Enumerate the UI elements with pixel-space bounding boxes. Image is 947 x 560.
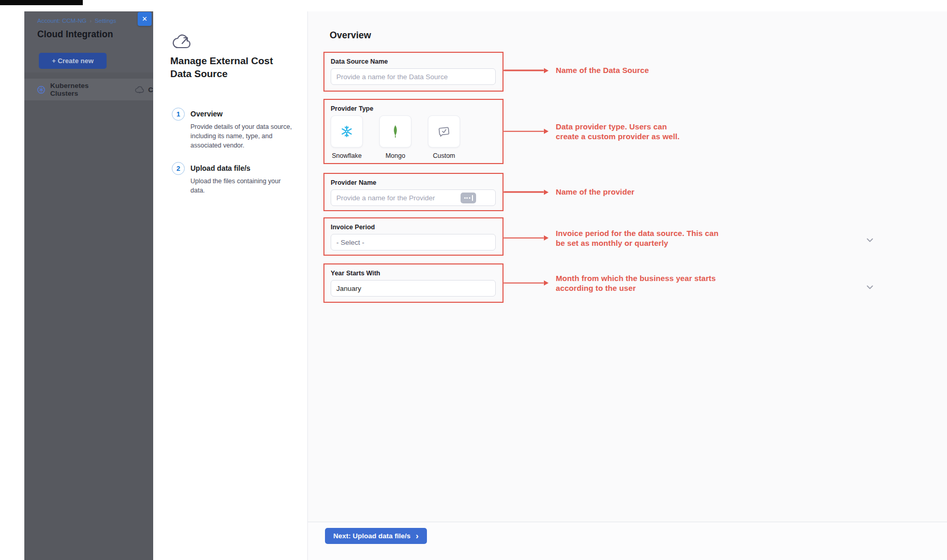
annotation-text: Invoice period for the data source. This… <box>556 228 718 248</box>
arrow-right-icon <box>544 129 549 134</box>
breadcrumb-separator-icon: › <box>90 18 92 24</box>
provider-name-label: Provider Name <box>331 179 496 186</box>
provider-type-cards: Snowflake Mongo <box>331 115 496 159</box>
annotation-text: Month from which the business year start… <box>556 273 716 293</box>
arrow-line <box>504 191 544 193</box>
wizard-footer: Next: Upload data file/s › <box>308 522 947 560</box>
arrow-right-icon <box>544 68 549 73</box>
annotation-provider-name: Name of the provider <box>504 187 634 197</box>
text-expand-icon[interactable] <box>461 193 476 203</box>
tab-kubernetes-clusters: Kubernetes Clusters <box>50 82 110 97</box>
step-2-number: 2 <box>176 165 180 172</box>
mongo-label: Mongo <box>386 152 405 159</box>
annotation-data-source-name: Name of the Data Source <box>504 65 649 75</box>
arrow-right-icon <box>544 281 549 286</box>
wizard-content: Overview Data Source Name Provider Type <box>308 11 947 560</box>
create-new-label: + Create new <box>52 57 94 65</box>
wizard-sidebar: Manage External Cost Data Source 1 Overv… <box>153 11 308 560</box>
annotation-box-year-starts-with: Year Starts With January <box>323 263 504 303</box>
invoice-period-value: - Select - <box>336 239 364 246</box>
provider-option-custom[interactable]: Custom <box>428 115 460 159</box>
year-starts-with-select[interactable]: January <box>331 280 496 297</box>
data-source-name-input[interactable] <box>331 68 496 85</box>
snowflake-icon <box>340 125 353 138</box>
breadcrumb-account: Account: CCM-NG <box>37 18 86 24</box>
mongo-leaf-icon <box>392 125 399 138</box>
invoice-period-select[interactable]: - Select - <box>331 234 496 250</box>
annotation-provider-type: Data provider type. Users can create a c… <box>504 122 679 141</box>
invoice-period-label: Invoice Period <box>331 224 496 231</box>
close-icon: ✕ <box>142 15 147 23</box>
custom-template-icon <box>437 125 451 138</box>
provider-option-mongo[interactable]: Mongo <box>379 115 411 159</box>
year-starts-with-value: January <box>336 285 361 292</box>
page-title: Cloud Integration <box>37 29 113 40</box>
next-button-label: Next: Upload data file/s <box>333 532 410 540</box>
annotation-invoice-period: Invoice period for the data source. This… <box>504 228 718 248</box>
step-1-number: 1 <box>176 110 180 118</box>
snowflake-label: Snowflake <box>332 152 362 159</box>
invoice-period-chevron-down-icon[interactable] <box>866 237 874 244</box>
cloud-icon <box>135 86 144 94</box>
snowflake-card[interactable] <box>331 115 363 148</box>
arrow-line <box>504 283 544 284</box>
year-starts-with-label: Year Starts With <box>331 270 496 277</box>
step-1-description: Provide details of your data source, inc… <box>190 122 293 150</box>
annotation-text: Name of the provider <box>556 187 634 197</box>
create-new-button: + Create new <box>39 53 107 69</box>
arrow-line <box>504 131 544 132</box>
step-1-indicator[interactable]: 1 <box>172 108 185 121</box>
tab-cloud-label: C <box>148 86 153 94</box>
annotation-box-data-source-name: Data Source Name <box>323 52 504 92</box>
annotation-text: Name of the Data Source <box>556 65 649 75</box>
step-2-description: Upload the files containing your data. <box>190 176 293 195</box>
arrow-right-icon <box>544 189 549 195</box>
breadcrumb: Account: CCM-NG › Settings <box>37 18 116 24</box>
next-upload-data-button[interactable]: Next: Upload data file/s › <box>325 528 427 544</box>
arrow-line <box>504 238 544 239</box>
chevron-right-icon: › <box>416 532 419 540</box>
annotation-box-invoice-period: Invoice Period - Select - <box>323 217 504 256</box>
wizard-title: Manage External Cost Data Source <box>170 55 293 80</box>
year-starts-with-chevron-down-icon[interactable] <box>866 284 874 291</box>
custom-card[interactable] <box>428 115 460 148</box>
step-2-indicator[interactable]: 2 <box>172 162 185 175</box>
annotation-box-provider-type: Provider Type <box>323 99 504 164</box>
annotation-box-provider-name: Provider Name <box>323 173 504 211</box>
data-source-name-label: Data Source Name <box>331 58 496 65</box>
close-button[interactable]: ✕ <box>138 12 152 26</box>
tab-bar: Kubernetes Clusters C <box>24 79 153 100</box>
top-black-bar <box>0 0 83 5</box>
custom-label: Custom <box>433 152 455 159</box>
breadcrumb-settings: Settings <box>95 18 116 24</box>
arrow-line <box>504 70 544 71</box>
cloud-export-icon <box>172 33 194 51</box>
mongo-card[interactable] <box>379 115 411 148</box>
kubernetes-icon <box>37 85 46 94</box>
screen: Account: CCM-NG › Settings Cloud Integra… <box>0 0 947 560</box>
step-1-label[interactable]: Overview <box>190 110 223 118</box>
provider-option-snowflake[interactable]: Snowflake <box>331 115 363 159</box>
arrow-right-icon <box>544 235 549 241</box>
step-2-label[interactable]: Upload data file/s <box>190 164 250 172</box>
tab-cloud-partial: C <box>135 86 153 94</box>
annotation-text: Data provider type. Users can create a c… <box>556 122 679 141</box>
annotation-year-starts-with: Month from which the business year start… <box>504 273 716 293</box>
provider-type-label: Provider Type <box>331 105 496 112</box>
dimmed-background-page: Account: CCM-NG › Settings Cloud Integra… <box>24 11 153 560</box>
content-heading: Overview <box>330 30 371 41</box>
